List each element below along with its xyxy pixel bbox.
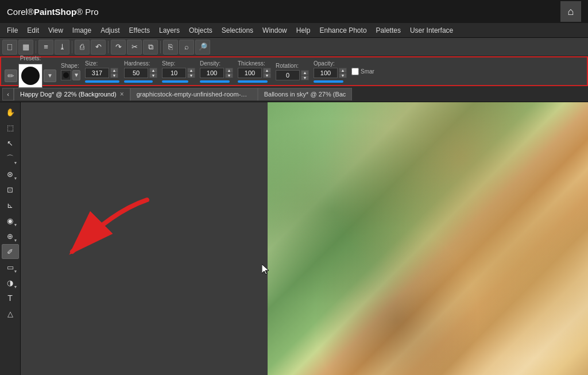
opacity-down-btn[interactable]: ▼ (339, 73, 347, 78)
opacity-spinner[interactable]: ▲ ▼ (339, 68, 347, 78)
hardness-spinner[interactable]: ▲ ▼ (149, 68, 157, 78)
rotation-down-btn[interactable]: ▼ (301, 75, 309, 80)
toolbar-btn-new[interactable]: ⎕ (2, 40, 17, 55)
tab-tab3[interactable]: Balloons in sky* @ 27% (Bac (258, 88, 353, 100)
thickness-input[interactable] (238, 68, 262, 78)
density-input[interactable] (200, 68, 224, 78)
app-title: Corel®PaintShop® Pro (7, 7, 99, 17)
toolbar-btn-undo[interactable]: ↶ (91, 40, 106, 55)
step-down-btn[interactable]: ▼ (187, 73, 195, 78)
menu-item-user_interface[interactable]: User Interface (405, 25, 458, 36)
menu-item-window[interactable]: Window (258, 25, 292, 36)
canvas-area[interactable] (21, 102, 588, 375)
size-up-btn[interactable]: ▲ (110, 68, 118, 73)
tool-btn-freehand[interactable]: ⌒▼ (2, 151, 19, 166)
hardness-input[interactable] (124, 68, 148, 78)
size-spinner[interactable]: ▲ ▼ (110, 68, 118, 78)
density-slider[interactable] (200, 80, 230, 83)
menu-item-help[interactable]: Help (292, 25, 315, 36)
menu-item-palettes[interactable]: Palettes (372, 25, 405, 36)
toolbar-btn-zoom_in[interactable]: ⌕ (179, 40, 194, 55)
step-input[interactable] (162, 68, 186, 78)
tool-btn-straighten[interactable]: ⊾ (2, 198, 19, 212)
hardness-up-btn[interactable]: ▲ (149, 68, 157, 73)
toolbar-btn-open[interactable]: ▦ (18, 40, 33, 55)
workspace: ✋⬚↖⌒▼⊛▼⊡⊾◉▼⊕▼✐▭▼◑▼T△ (0, 102, 588, 375)
hardness-down-btn[interactable]: ▼ (149, 73, 157, 78)
rotation-spinner[interactable]: ▲ ▼ (301, 70, 309, 80)
density-down-btn[interactable]: ▼ (225, 73, 233, 78)
thickness-down-btn[interactable]: ▼ (263, 73, 271, 78)
menu-item-selections[interactable]: Selections (217, 25, 258, 36)
toolbar-btn-cut[interactable]: ✂ (127, 40, 142, 55)
hardness-control: ▲ ▼ (124, 68, 157, 78)
thickness-spinner[interactable]: ▲ ▼ (263, 68, 271, 78)
preset-brush-icon[interactable]: ✏ (5, 69, 17, 82)
step-up-btn[interactable]: ▲ (187, 68, 195, 73)
tool-btn-clone[interactable]: ⊕▼ (2, 229, 19, 243)
size-down-btn[interactable]: ▼ (110, 73, 118, 78)
smart-label[interactable]: Smar (351, 68, 374, 75)
step-spinner[interactable]: ▲ ▼ (187, 68, 195, 78)
tab-tab1[interactable]: Happy Dog* @ 22% (Background)× (14, 88, 130, 100)
hardness-label: Hardness: (124, 60, 150, 67)
home-button[interactable]: ⌂ (560, 1, 581, 22)
menu-item-edit[interactable]: Edit (22, 25, 44, 36)
density-group: Density: ▲ ▼ (200, 60, 233, 83)
toolbar-btn-save[interactable]: ⤓ (55, 40, 69, 55)
opacity-slider[interactable] (314, 80, 343, 83)
menu-item-effects[interactable]: Effects (125, 25, 154, 36)
preset-dropdown-btn[interactable]: ▼ (44, 69, 56, 82)
density-up-btn[interactable]: ▲ (225, 68, 233, 73)
toolbar-btn-paste[interactable]: ⎘ (163, 40, 178, 55)
tool-btn-pan[interactable]: ✋ (2, 105, 19, 119)
toolbar-btn-open2[interactable]: ≡ (38, 40, 53, 55)
sidebar-toolbox: ✋⬚↖⌒▼⊛▼⊡⊾◉▼⊕▼✐▭▼◑▼T△ (0, 102, 21, 375)
menu-item-enhance_photo[interactable]: Enhance Photo (315, 25, 371, 36)
tab-tab2[interactable]: graphicstock-empty-unfinished-room-with-… (130, 88, 258, 100)
smart-checkbox[interactable] (351, 68, 359, 75)
tool-btn-select[interactable]: ⬚ (2, 120, 19, 135)
density-label: Density: (200, 60, 220, 67)
menu-item-objects[interactable]: Objects (184, 25, 217, 36)
tab-nav-prev[interactable]: ‹ (2, 88, 14, 100)
shape-dropdown-btn[interactable]: ▼ (72, 70, 80, 80)
tool-btn-red_eye[interactable]: ◉▼ (2, 213, 19, 228)
red_eye-icon: ◉ (7, 217, 13, 225)
hardness-slider[interactable] (124, 80, 153, 83)
menubar: FileEditViewImageAdjustEffectsLayersObje… (0, 23, 588, 38)
tool-btn-paint[interactable]: ✐ (2, 244, 19, 259)
tool-btn-dodge[interactable]: ◑▼ (2, 275, 19, 290)
size-input[interactable] (85, 68, 109, 78)
size-slider[interactable] (85, 80, 119, 83)
menu-item-adjust[interactable]: Adjust (96, 25, 124, 36)
menu-item-image[interactable]: Image (68, 25, 96, 36)
opacity-input[interactable] (314, 68, 338, 78)
thickness-up-btn[interactable]: ▲ (263, 68, 271, 73)
opacity-up-btn[interactable]: ▲ (339, 68, 347, 73)
toolbar-btn-zoom_out[interactable]: 🔎 (195, 40, 210, 55)
toolbar-btn-copy[interactable]: ⧉ (143, 40, 158, 55)
tool-btn-magic[interactable]: ⊛▼ (2, 167, 19, 181)
menu-item-layers[interactable]: Layers (154, 25, 184, 36)
tool-btn-eraser[interactable]: ▭▼ (2, 260, 19, 275)
tool-btn-crop[interactable]: ⊡ (2, 182, 19, 197)
tool-btn-text[interactable]: T (2, 291, 19, 306)
tab-close-tab1[interactable]: × (120, 90, 124, 98)
menu-item-file[interactable]: File (2, 25, 22, 36)
toolbar-btn-print[interactable]: ⎙ (75, 40, 90, 55)
pan-icon: ✋ (6, 108, 15, 117)
rotation-up-btn[interactable]: ▲ (301, 70, 309, 75)
thickness-slider[interactable] (238, 80, 268, 83)
tool-btn-shapes[interactable]: △ (2, 306, 19, 321)
shape-preview (61, 70, 71, 80)
step-slider[interactable] (162, 80, 188, 83)
toolbar-separator-2 (36, 41, 36, 53)
density-spinner[interactable]: ▲ ▼ (225, 68, 233, 78)
freehand-icon: ⌒ (6, 153, 14, 164)
presets-group: Presets: ✏ ▼ (5, 55, 56, 88)
tool-btn-pointer[interactable]: ↖ (2, 136, 19, 150)
menu-item-view[interactable]: View (44, 25, 68, 36)
rotation-input[interactable] (276, 70, 300, 80)
toolbar-btn-redo[interactable]: ↷ (111, 40, 126, 55)
